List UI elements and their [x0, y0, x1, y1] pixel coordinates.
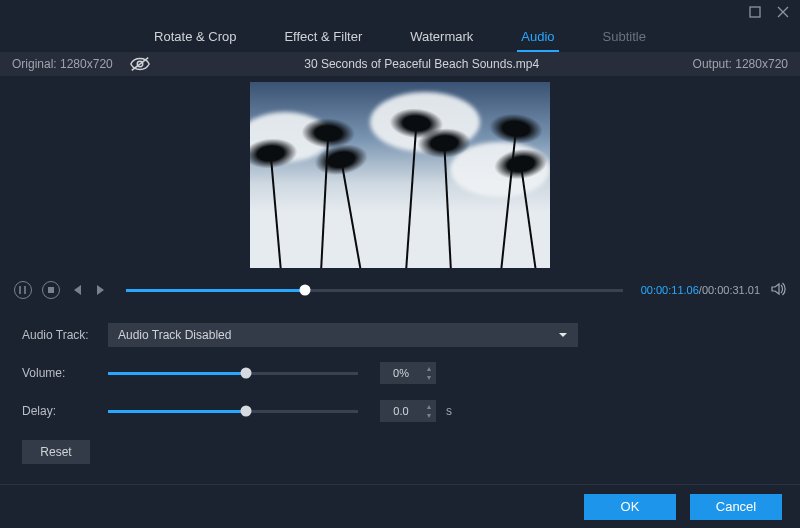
delay-row: Delay: ▲▼ s [22, 398, 778, 424]
title-bar [0, 0, 800, 24]
tab-audio[interactable]: Audio [517, 23, 558, 52]
audio-track-row: Audio Track: Audio Track Disabled [22, 322, 778, 348]
delay-slider-thumb[interactable] [240, 406, 251, 417]
svg-rect-3 [48, 287, 54, 293]
close-icon[interactable] [776, 5, 790, 19]
original-dimensions: Original: 1280x720 [12, 57, 113, 71]
chevron-down-icon [558, 330, 568, 340]
delay-up-icon[interactable]: ▲ [422, 402, 436, 411]
info-bar: Original: 1280x720 30 Seconds of Peacefu… [0, 52, 800, 76]
audio-track-value: Audio Track Disabled [118, 328, 231, 342]
maximize-icon[interactable] [748, 5, 762, 19]
delay-slider-fill [108, 410, 246, 413]
audio-track-label: Audio Track: [22, 328, 108, 342]
delay-stepper[interactable]: ▲▼ [380, 400, 436, 422]
time-display: 00:00:11.06/00:00:31.01 [641, 284, 760, 296]
current-time: 00:00:11.06 [641, 284, 699, 296]
video-frame [250, 82, 550, 268]
prev-frame-button[interactable] [70, 281, 84, 299]
svg-rect-0 [750, 7, 760, 17]
seek-thumb[interactable] [299, 285, 310, 296]
video-preview [0, 76, 800, 274]
stop-button[interactable] [42, 281, 60, 299]
tab-bar: Rotate & Crop Effect & Filter Watermark … [0, 24, 800, 52]
volume-slider[interactable] [108, 372, 358, 375]
ok-button[interactable]: OK [584, 494, 676, 520]
volume-slider-fill [108, 372, 246, 375]
delay-slider[interactable] [108, 410, 358, 413]
delay-input[interactable] [380, 405, 422, 417]
total-time: /00:00:31.01 [699, 284, 760, 296]
seek-fill [126, 289, 305, 292]
tab-watermark[interactable]: Watermark [406, 23, 477, 52]
next-frame-button[interactable] [94, 281, 108, 299]
volume-up-icon[interactable]: ▲ [422, 364, 436, 373]
delay-down-icon[interactable]: ▼ [422, 411, 436, 420]
volume-stepper[interactable]: ▲▼ [380, 362, 436, 384]
play-pause-button[interactable] [14, 281, 32, 299]
playback-controls: 00:00:11.06/00:00:31.01 [0, 274, 800, 306]
cancel-button[interactable]: Cancel [690, 494, 782, 520]
audio-settings: Audio Track: Audio Track Disabled Volume… [0, 306, 800, 470]
volume-label: Volume: [22, 366, 108, 380]
delay-unit: s [446, 404, 452, 418]
preview-toggle-icon[interactable] [129, 56, 151, 72]
tab-subtitle[interactable]: Subtitle [599, 23, 650, 52]
delay-label: Delay: [22, 404, 108, 418]
file-name: 30 Seconds of Peaceful Beach Sounds.mp4 [151, 57, 693, 71]
tab-effect-filter[interactable]: Effect & Filter [280, 23, 366, 52]
tab-rotate-crop[interactable]: Rotate & Crop [150, 23, 240, 52]
footer: OK Cancel [0, 484, 800, 528]
reset-button[interactable]: Reset [22, 440, 90, 464]
volume-icon[interactable] [770, 281, 786, 300]
volume-down-icon[interactable]: ▼ [422, 373, 436, 382]
audio-track-select[interactable]: Audio Track Disabled [108, 323, 578, 347]
seek-bar[interactable] [126, 289, 623, 292]
output-dimensions: Output: 1280x720 [693, 57, 788, 71]
volume-row: Volume: ▲▼ [22, 360, 778, 386]
volume-slider-thumb[interactable] [240, 368, 251, 379]
volume-input[interactable] [380, 367, 422, 379]
